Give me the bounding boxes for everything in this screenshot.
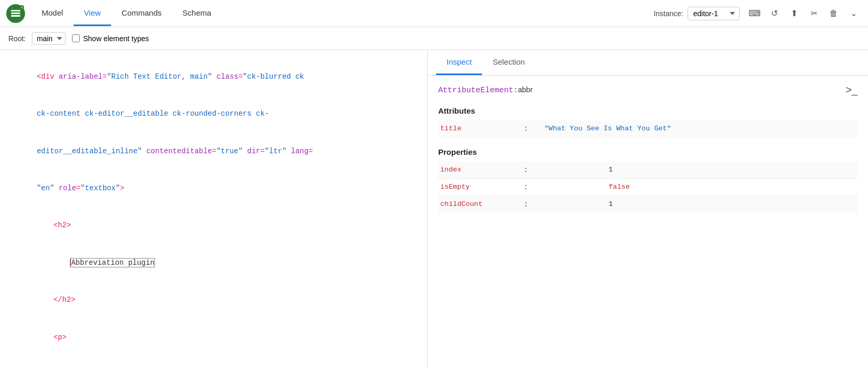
trash-icon: 🗑	[829, 9, 838, 18]
show-element-types-container[interactable]: Show element types	[72, 34, 149, 43]
refresh-icon: ↺	[771, 8, 778, 18]
instance-label: Instance:	[654, 9, 683, 18]
attr-colon-title: :	[522, 120, 542, 137]
element-type-text: AttributeElement	[438, 86, 513, 95]
toolbar-icons: ⌨ ↺ ⬆ ✂ 🗑 ⌄	[746, 5, 862, 22]
tab-view[interactable]: View	[74, 1, 111, 26]
nav-tabs: Model View Commands Schema	[31, 1, 654, 26]
inspect-content: AttributeElement:abbr >_ Attributes titl…	[428, 76, 868, 368]
prop-colon-index: :	[522, 162, 607, 179]
prop-value-childcount: 1	[607, 196, 858, 213]
logo-dot	[20, 5, 24, 9]
trash-icon-btn[interactable]: 🗑	[825, 5, 842, 22]
val-role: "textbox"	[80, 184, 120, 192]
unlink-icon-btn[interactable]: ✂	[805, 5, 822, 22]
top-nav: Model View Commands Schema Instance: edi…	[0, 0, 868, 27]
code-line-h2-open: <h2>	[10, 207, 417, 244]
prop-row-childcount: childCount : 1	[438, 196, 858, 213]
chevron-down-icon: ⌄	[850, 8, 857, 18]
terminal-icon: ⌨	[749, 8, 761, 18]
bracket: <	[37, 72, 41, 81]
attributes-table: title : "What You See Is What You Get"	[438, 120, 858, 137]
code-line-h2-close: </h2>	[10, 281, 417, 318]
val-ce: "true"	[216, 147, 243, 155]
prop-value-isempty: false	[607, 179, 858, 196]
tab-model[interactable]: Model	[31, 1, 74, 26]
attr-lang: lang	[291, 147, 309, 155]
terminal-icon-btn[interactable]: ⌨	[746, 5, 763, 22]
root-select[interactable]: main	[32, 32, 66, 45]
right-tabs: Inspect Selection	[428, 50, 868, 76]
tab-commands[interactable]: Commands	[111, 1, 172, 26]
instance-select[interactable]: editor-1	[688, 7, 740, 20]
chevron-right-icon[interactable]: >_	[846, 84, 858, 96]
chevron-down-icon-btn[interactable]: ⌄	[845, 5, 862, 22]
attributes-title: Attributes	[438, 106, 858, 115]
properties-section: Properties index : 1 isEmpty : false	[438, 148, 858, 213]
code-panel[interactable]: <div aria-label="Rich Text Editor, main"…	[0, 50, 428, 368]
val-aria: "Rich Text Editor, main"	[107, 72, 212, 81]
val-class3: editor__editable_inline"	[37, 147, 142, 155]
prop-colon-childcount: :	[522, 196, 607, 213]
element-separator: :	[513, 86, 518, 95]
logo	[6, 4, 25, 23]
abbr-text-box: Abbreviation plugin	[71, 259, 154, 267]
attr-role: role	[58, 184, 76, 192]
element-name-text: abbr	[518, 85, 533, 94]
code-line-div-open3: editor__editable_inline" contenteditable…	[10, 133, 417, 170]
tag-h2: h2	[58, 221, 67, 229]
tab-schema[interactable]: Schema	[172, 1, 222, 26]
code-line-p-open: <p>	[10, 319, 417, 356]
properties-title: Properties	[438, 148, 858, 156]
val-dir: "ltr"	[264, 147, 286, 155]
right-panel: Inspect Selection AttributeElement:abbr …	[428, 50, 868, 368]
element-header: AttributeElement:abbr >_	[438, 84, 858, 96]
code-line-div-open1: <div aria-label="Rich Text Editor, main"…	[10, 58, 417, 95]
h2-text: Abbreviation plugin	[71, 259, 154, 267]
root-label: Root:	[8, 34, 26, 43]
attr-aria: aria-label	[58, 72, 102, 81]
tab-inspect[interactable]: Inspect	[436, 50, 482, 75]
val-class2: ck-content ck-editor__editable ck-rounde…	[37, 109, 269, 118]
instance-area: Instance: editor-1	[654, 7, 740, 20]
attr-row-title: title : "What You See Is What You Get"	[438, 120, 858, 137]
element-type-display: AttributeElement:abbr	[438, 85, 533, 95]
refresh-icon-btn[interactable]: ↺	[766, 5, 782, 22]
upload-icon-btn[interactable]: ⬆	[786, 5, 802, 22]
show-element-types-checkbox[interactable]	[72, 34, 80, 42]
attr-value-title: "What You See Is What You Get"	[542, 120, 858, 137]
show-element-types-label: Show element types	[83, 34, 149, 43]
attr-key-title: title	[438, 120, 522, 137]
tab-selection[interactable]: Selection	[482, 50, 535, 75]
prop-row-index: index : 1	[438, 162, 858, 179]
code-line-p-text: CKEditor5 is a modern, feature-rich, wor…	[10, 356, 417, 368]
code-line-div-open2: ck-content ck-editor__editable ck-rounde…	[10, 95, 417, 132]
prop-row-isempty: isEmpty : false	[438, 179, 858, 196]
tag-div: div	[41, 72, 54, 81]
prop-key-index: index	[438, 162, 522, 179]
code-line-h2-text: Abbreviation plugin	[10, 244, 417, 281]
prop-key-childcount: childCount	[438, 196, 522, 213]
attr-class: class	[216, 72, 238, 81]
main-content: <div aria-label="Rich Text Editor, main"…	[0, 50, 868, 368]
attr-contenteditable: contenteditable	[146, 147, 212, 155]
val-class1: "ck-blurred ck	[243, 72, 304, 81]
prop-colon-isempty: :	[522, 179, 607, 196]
sub-toolbar: Root: main Show element types	[0, 27, 868, 50]
val-lang: "en"	[37, 184, 54, 192]
attributes-section: Attributes title : "What You See Is What…	[438, 106, 858, 137]
attr-dir: dir	[247, 147, 260, 155]
code-line-div-open4: "en" role="textbox">	[10, 170, 417, 207]
properties-table: index : 1 isEmpty : false childCount :	[438, 162, 858, 213]
unlink-icon: ✂	[811, 8, 817, 18]
upload-icon: ⬆	[791, 8, 798, 18]
prop-key-isempty: isEmpty	[438, 179, 522, 196]
prop-value-index: 1	[607, 162, 858, 179]
